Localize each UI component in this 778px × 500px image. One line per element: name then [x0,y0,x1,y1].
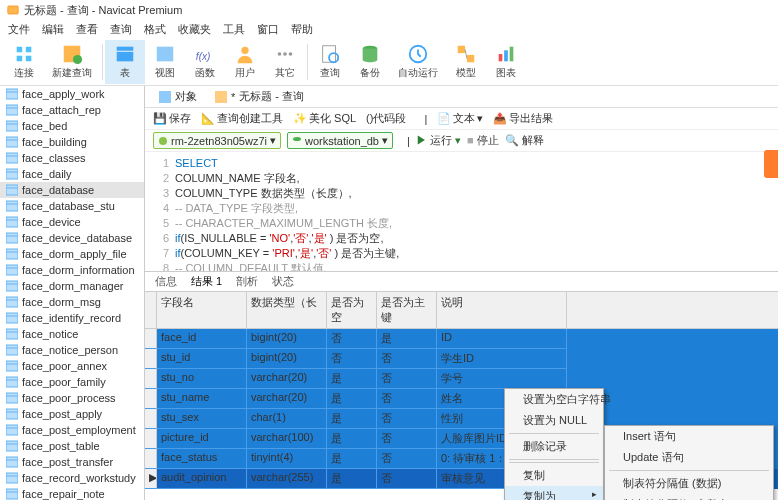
backup-button[interactable]: 备份 [350,40,390,84]
connect-button[interactable]: 连接 [4,40,44,84]
sidebar-item-face_repair_note[interactable]: face_repair_note [0,486,144,500]
sidebar-item-face_bed[interactable]: face_bed [0,118,144,134]
sidebar-item-face_post_employment[interactable]: face_post_employment [0,422,144,438]
ctx-item[interactable]: 复制为 [505,486,603,500]
result-tab-3[interactable]: 状态 [272,274,294,289]
menu-工具[interactable]: 工具 [223,22,245,37]
col-header[interactable]: 说明 [437,292,567,328]
col-header[interactable]: 是否为空 [327,292,377,328]
sidebar-item-face_identify_record[interactable]: face_identify_record [0,310,144,326]
sidebar-item-face_notice_person[interactable]: face_notice_person [0,342,144,358]
ctx-sub-item[interactable]: Insert 语句 [605,426,773,447]
sidebar-item-face_dorm_apply_file[interactable]: face_dorm_apply_file [0,246,144,262]
text-button[interactable]: 📄 文本 ▾ [437,111,483,126]
menu-窗口[interactable]: 窗口 [257,22,279,37]
server-selector[interactable]: rm-2zetn83n05wz7i ▾ [153,132,281,149]
table-icon [6,136,18,148]
sidebar-item-face_daily[interactable]: face_daily [0,166,144,182]
svg-point-2 [73,55,82,64]
run-button[interactable]: ▶ 运行 ▾ [416,133,461,148]
beautify-button[interactable]: ✨ 美化 SQL [293,111,356,126]
table-icon [6,392,18,404]
sidebar-item-face_device[interactable]: face_device [0,214,144,230]
tab-objects[interactable]: 对象 [153,87,203,106]
menubar: 文件编辑查看查询格式收藏夹工具窗口帮助 [0,20,778,38]
auto-button[interactable]: 自动运行 [390,40,446,84]
sidebar-item-face_classes[interactable]: face_classes [0,150,144,166]
sidebar-item-face_poor_process[interactable]: face_poor_process [0,390,144,406]
query-button[interactable]: 查询 [310,40,350,84]
codeseg-button[interactable]: ()代码段 [366,111,406,126]
explain-button[interactable]: 🔍 解释 [505,133,544,148]
table-button[interactable]: 表 [105,40,145,84]
sidebar-item-face_post_transfer[interactable]: face_post_transfer [0,454,144,470]
sidebar-item-face_apply_work[interactable]: face_apply_work [0,86,144,102]
sidebar-item-face_poor_family[interactable]: face_poor_family [0,374,144,390]
sidebar-item-face_database[interactable]: face_database [0,182,144,198]
connect-icon [13,43,35,65]
sidebar-item-face_dorm_manager[interactable]: face_dorm_manager [0,278,144,294]
sidebar-item-face_poor_annex[interactable]: face_poor_annex [0,358,144,374]
svg-rect-33 [6,185,18,195]
svg-rect-59 [6,393,18,403]
svg-rect-25 [6,121,18,131]
editor-line: 1SELECT [153,156,770,171]
ctx-item[interactable]: 设置为 NULL [505,410,603,431]
sql-editor[interactable]: 1SELECT2 COLUMN_NAME 字段名,3 COLUMN_TYPE 数… [145,152,778,272]
result-tab-1[interactable]: 结果 1 [191,274,222,289]
result-tab-0[interactable]: 信息 [155,274,177,289]
ctx-item[interactable]: 删除记录 [505,436,603,457]
ctx-item[interactable]: 复制 [505,465,603,486]
model-button[interactable]: 模型 [446,40,486,84]
sidebar-item-face_device_database[interactable]: face_device_database [0,230,144,246]
builder-button[interactable]: 📐 查询创建工具 [201,111,283,126]
sidebar-item-face_dorm_msg[interactable]: face_dorm_msg [0,294,144,310]
stop-button[interactable]: ■ 停止 [467,133,499,148]
menu-查询[interactable]: 查询 [110,22,132,37]
sidebar-item-face_post_table[interactable]: face_post_table [0,438,144,454]
save-button[interactable]: 💾 保存 [153,111,191,126]
export-button[interactable]: 📤 导出结果 [493,111,553,126]
result-tab-2[interactable]: 剖析 [236,274,258,289]
db-selector[interactable]: workstation_db ▾ [287,132,393,149]
ctx-sub-item[interactable]: Update 语句 [605,447,773,468]
sidebar-item-face_dorm_information[interactable]: face_dorm_information [0,262,144,278]
svg-point-7 [241,47,248,54]
sidebar-item-face_notice[interactable]: face_notice [0,326,144,342]
other-button[interactable]: 其它 [265,40,305,84]
table-row[interactable]: stu_idbigint(20)否否学生ID [145,349,778,369]
tab-query[interactable]: * 无标题 - 查询 [209,87,310,106]
table-row[interactable]: face_idbigint(20)否是ID [145,329,778,349]
menu-帮助[interactable]: 帮助 [291,22,313,37]
ctx-sub-item[interactable]: 制表符分隔值 (数据) [605,473,773,494]
ctx-item[interactable]: 设置为空白字符串 [505,389,603,410]
svg-rect-87 [159,91,171,103]
col-header[interactable]: 字段名 [157,292,247,328]
col-header[interactable]: 是否为主键 [377,292,437,328]
view-icon [154,43,176,65]
menu-格式[interactable]: 格式 [144,22,166,37]
table-row[interactable]: stu_namevarchar(20)是否姓名 [145,389,778,409]
col-header[interactable]: 数据类型（长 [247,292,327,328]
sidebar-item-face_database_stu[interactable]: face_database_stu [0,198,144,214]
sidebar-item-face_attach_rep[interactable]: face_attach_rep [0,102,144,118]
editor-line: 4-- DATA_TYPE 字段类型, [153,201,770,216]
chart-button[interactable]: 图表 [486,40,526,84]
sidebar-item-face_record_workstudy[interactable]: face_record_workstudy [0,470,144,486]
menu-文件[interactable]: 文件 [8,22,30,37]
user-button[interactable]: 用户 [225,40,265,84]
func-button[interactable]: f(x)函数 [185,40,225,84]
view-button[interactable]: 视图 [145,40,185,84]
side-handle[interactable] [764,150,778,178]
table-icon [6,152,18,164]
menu-编辑[interactable]: 编辑 [42,22,64,37]
ctx-sub-item[interactable]: 制表符分隔值 (字段名) [605,494,773,500]
sidebar-item-face_post_apply[interactable]: face_post_apply [0,406,144,422]
svg-rect-43 [6,265,18,275]
svg-rect-16 [467,55,474,62]
newquery-button[interactable]: 新建查询 [44,40,100,84]
menu-收藏夹[interactable]: 收藏夹 [178,22,211,37]
menu-查看[interactable]: 查看 [76,22,98,37]
sidebar-item-face_building[interactable]: face_building [0,134,144,150]
table-row[interactable]: stu_novarchar(20)是否学号 [145,369,778,389]
